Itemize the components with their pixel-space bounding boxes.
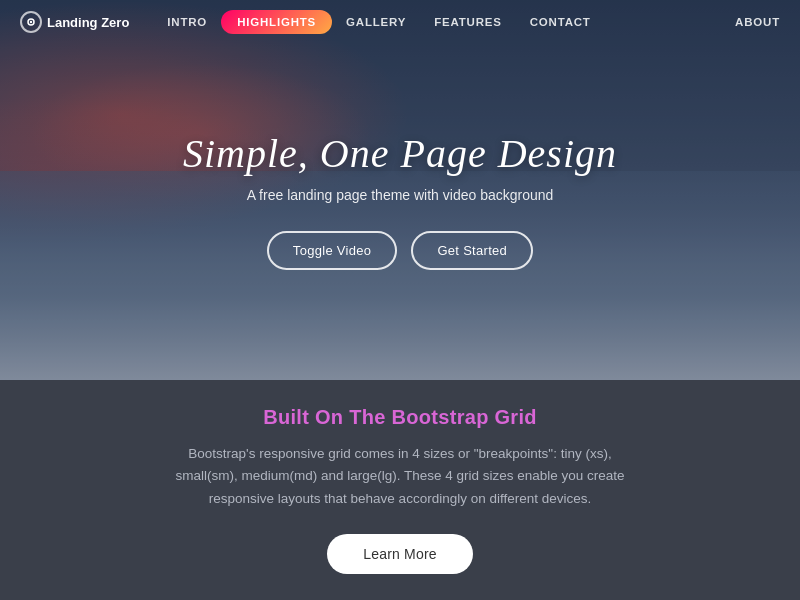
brand-icon bbox=[20, 11, 42, 33]
brand-name: Landing Zero bbox=[47, 15, 129, 30]
navbar: Landing Zero INTRO HIGHLIGHTS GALLERY FE… bbox=[0, 0, 800, 44]
section-text: Bootstrap's responsive grid comes in 4 s… bbox=[160, 443, 640, 510]
nav-link-intro[interactable]: INTRO bbox=[153, 0, 221, 44]
hero-section: Simple, One Page Design A free landing p… bbox=[0, 0, 800, 380]
nav-links: INTRO HIGHLIGHTS GALLERY FEATURES CONTAC… bbox=[153, 0, 735, 44]
learn-more-button[interactable]: Learn More bbox=[327, 534, 473, 574]
nav-link-gallery[interactable]: GALLERY bbox=[332, 0, 420, 44]
toggle-video-button[interactable]: Toggle Video bbox=[267, 231, 398, 270]
nav-item-highlights[interactable]: HIGHLIGHTS bbox=[221, 10, 332, 34]
hero-title: Simple, One Page Design bbox=[183, 130, 617, 177]
brand-logo[interactable]: Landing Zero bbox=[20, 11, 129, 33]
nav-item-intro[interactable]: INTRO bbox=[153, 0, 221, 44]
get-started-button[interactable]: Get Started bbox=[411, 231, 533, 270]
nav-item-features[interactable]: FEATURES bbox=[420, 0, 516, 44]
bootstrap-section: Built On The Bootstrap Grid Bootstrap's … bbox=[0, 380, 800, 600]
hero-subtitle: A free landing page theme with video bac… bbox=[183, 187, 617, 203]
hero-buttons: Toggle Video Get Started bbox=[183, 231, 617, 270]
nav-link-contact[interactable]: CONTACT bbox=[516, 0, 605, 44]
section-title: Built On The Bootstrap Grid bbox=[263, 406, 537, 429]
svg-point-1 bbox=[30, 21, 32, 23]
nav-link-highlights[interactable]: HIGHLIGHTS bbox=[221, 10, 332, 34]
nav-item-gallery[interactable]: GALLERY bbox=[332, 0, 420, 44]
nav-link-features[interactable]: FEATURES bbox=[420, 0, 516, 44]
nav-item-contact[interactable]: CONTACT bbox=[516, 0, 605, 44]
hero-content: Simple, One Page Design A free landing p… bbox=[183, 110, 617, 270]
nav-about-link[interactable]: ABOUT bbox=[735, 16, 780, 28]
